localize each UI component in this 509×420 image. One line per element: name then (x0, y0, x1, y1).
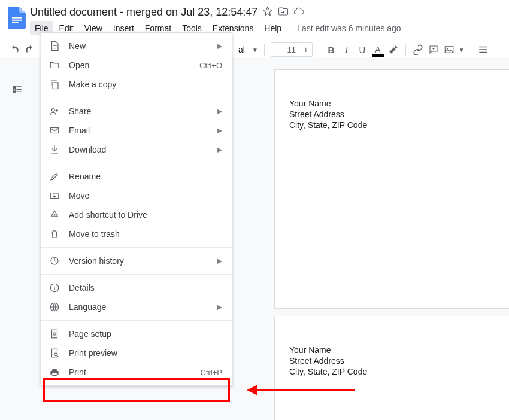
menu-email[interactable]: Email ▶ (41, 121, 232, 140)
menu-open[interactable]: Open Ctrl+O (41, 56, 232, 75)
image-icon[interactable] (443, 44, 455, 56)
menu-rename[interactable]: Rename (41, 167, 232, 186)
menu-details[interactable]: Details (41, 278, 232, 297)
globe-icon (49, 301, 60, 313)
font-size-decrease[interactable]: − (271, 45, 283, 54)
separator (41, 98, 232, 98)
separator (41, 247, 232, 248)
drive-shortcut-icon (49, 209, 60, 221)
doc-text[interactable]: Street Address (289, 356, 509, 366)
menu-move[interactable]: Move (41, 186, 232, 205)
chevron-down-icon[interactable]: ▼ (252, 47, 258, 53)
svg-point-14 (54, 353, 57, 356)
separator (405, 44, 406, 56)
menu-new[interactable]: New ▶ (41, 36, 232, 56)
menu-version-history[interactable]: Version history ▶ (41, 251, 232, 270)
docs-logo-icon[interactable] (6, 5, 28, 31)
document-page[interactable]: Your Name Street Address City, State, ZI… (274, 316, 509, 420)
share-icon (49, 105, 60, 117)
menu-add-shortcut[interactable]: Add shortcut to Drive (41, 205, 232, 224)
history-icon (49, 255, 60, 267)
shortcut-label: Ctrl+P (201, 368, 222, 377)
highlight-icon[interactable] (387, 44, 399, 56)
menu-make-copy[interactable]: Make a copy (41, 75, 232, 94)
comment-icon[interactable] (428, 44, 440, 56)
svg-rect-5 (53, 83, 58, 89)
cloud-icon[interactable] (293, 6, 304, 19)
print-preview-icon (49, 347, 60, 359)
menu-print-preview[interactable]: Print preview (41, 343, 232, 363)
separator (41, 274, 232, 275)
chevron-right-icon: ▶ (217, 145, 222, 154)
font-size: − 11 + (271, 42, 313, 57)
bold-button[interactable]: B (325, 44, 337, 56)
doc-text[interactable]: City, State, ZIP Code (289, 367, 509, 376)
download-icon (49, 144, 60, 156)
doc-text[interactable]: Your Name (289, 99, 509, 108)
align-icon[interactable] (477, 44, 489, 56)
chevron-right-icon: ▶ (217, 126, 222, 135)
shortcut-label: Ctrl+O (199, 61, 222, 70)
menu-language[interactable]: Language ▶ (41, 297, 232, 316)
rename-icon (49, 171, 60, 182)
info-icon (49, 282, 60, 294)
folder-icon (49, 59, 60, 71)
trash-icon (49, 228, 60, 240)
star-icon[interactable] (262, 6, 273, 19)
document-page[interactable]: Your Name Street Address City, State, ZI… (274, 69, 509, 309)
chevron-right-icon: ▶ (217, 257, 222, 265)
svg-rect-2 (12, 22, 19, 23)
separator (41, 320, 232, 321)
font-size-increase[interactable]: + (300, 45, 312, 54)
text-color-button[interactable]: A (372, 44, 384, 56)
italic-button[interactable]: I (341, 44, 353, 56)
svg-point-12 (53, 333, 56, 336)
chevron-right-icon: ▶ (217, 42, 222, 50)
page-setup-icon (49, 328, 60, 340)
menu-share[interactable]: Share ▶ (41, 102, 232, 121)
move-folder-icon[interactable] (278, 6, 289, 19)
outline-icon[interactable] (11, 84, 23, 98)
chevron-right-icon: ▶ (217, 107, 222, 115)
menu-help[interactable]: Help (259, 21, 286, 35)
separator (41, 163, 232, 163)
menu-trash[interactable]: Move to trash (41, 224, 232, 244)
redo-icon[interactable] (24, 44, 36, 56)
underline-button[interactable]: U (356, 44, 368, 56)
move-icon (49, 190, 60, 202)
separator (264, 44, 265, 56)
doc-text[interactable]: Your Name (289, 345, 509, 355)
link-icon[interactable] (412, 44, 424, 56)
separator (319, 44, 319, 56)
doc-text[interactable]: Street Address (289, 109, 509, 119)
document-icon (49, 40, 60, 52)
font-size-value[interactable]: 11 (283, 45, 300, 54)
copy-icon (49, 78, 60, 90)
header: Untitled document - merged on Jul 23, 12… (0, 0, 509, 35)
svg-rect-1 (12, 20, 22, 21)
svg-rect-0 (12, 17, 22, 19)
left-rail (0, 57, 35, 420)
undo-icon[interactable] (8, 44, 20, 56)
menu-page-setup[interactable]: Page setup (41, 324, 232, 343)
separator (471, 44, 471, 56)
print-icon (49, 366, 60, 378)
menu-download[interactable]: Download ▶ (41, 140, 232, 159)
font-family[interactable]: al (235, 45, 249, 54)
menu-print[interactable]: Print Ctrl+P (41, 363, 232, 382)
chevron-down-icon[interactable]: ▼ (459, 47, 465, 53)
doc-text[interactable]: City, State, ZIP Code (289, 120, 509, 130)
email-icon (49, 124, 60, 136)
last-edit-link[interactable]: Last edit was 6 minutes ago (297, 23, 401, 33)
file-menu-dropdown: New ▶ Open Ctrl+O Make a copy Share ▶ Em… (41, 32, 232, 386)
chevron-right-icon: ▶ (217, 303, 222, 311)
svg-point-6 (52, 109, 55, 112)
svg-rect-11 (52, 330, 57, 338)
document-title[interactable]: Untitled document - merged on Jul 23, 12… (30, 6, 257, 19)
svg-rect-7 (50, 128, 59, 133)
